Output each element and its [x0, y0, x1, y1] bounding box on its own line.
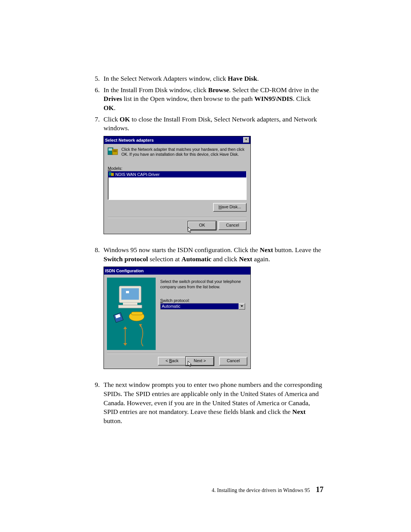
switch-protocol-label: Switch protocol:: [160, 298, 245, 303]
step-text: Windows 95 now starts the ISDN configura…: [104, 246, 323, 264]
svg-rect-7: [111, 173, 114, 176]
step-number: 8.: [88, 246, 104, 264]
title-bar[interactable]: Select Network adapters ×: [104, 136, 250, 144]
step-number: 9.: [88, 380, 104, 425]
chevron-down-icon[interactable]: [239, 303, 245, 310]
models-listbox[interactable]: NDIS WAN CAPI-Driver: [108, 171, 247, 200]
footer-section: 4. Installing the device drivers in Wind…: [212, 487, 310, 493]
screenshot-select-network-adapters: Select Network adapters ×: [104, 136, 323, 234]
step-number: 5.: [88, 74, 104, 83]
wizard-graphic: [107, 278, 156, 350]
step-8: 8. Windows 95 now starts the ISDN config…: [88, 246, 323, 264]
step-6: 6. In the Install From Disk window, clic…: [88, 86, 323, 113]
window-title: Select Network adapters: [105, 138, 154, 142]
svg-rect-6: [109, 172, 112, 176]
svg-rect-1: [108, 149, 112, 149]
step-text: In the Select Network Adapters window, c…: [104, 74, 323, 83]
svg-rect-10: [121, 288, 139, 300]
dropdown-value: Automatic: [160, 303, 239, 310]
dialog-instruction: Select the switch protocol that your tel…: [160, 279, 245, 289]
list-item: NDIS WAN CAPI-Driver: [115, 172, 159, 177]
svg-rect-15: [131, 312, 143, 315]
dialog-instruction: Click the Network adapter that matches y…: [121, 147, 247, 157]
step-5: 5. In the Select Network Adapters window…: [88, 74, 323, 83]
have-disk-button[interactable]: Have Disk...: [213, 203, 247, 212]
step-text: In the Install From Disk window, click B…: [104, 86, 323, 113]
cancel-button[interactable]: Cancel: [218, 221, 247, 230]
adapter-small-icon: [109, 172, 114, 177]
svg-rect-13: [118, 305, 142, 308]
step-9: 9. The next window prompts you to enter …: [88, 380, 323, 425]
cursor-icon: [188, 227, 193, 233]
svg-rect-5: [113, 151, 117, 152]
window-title: ISDN Configuration: [105, 268, 143, 273]
step-7: 7. Click OK to close the Install From Di…: [88, 115, 323, 133]
svg-rect-4: [113, 150, 117, 151]
close-icon[interactable]: ×: [243, 137, 249, 143]
switch-protocol-dropdown[interactable]: Automatic: [160, 303, 245, 310]
svg-rect-11: [126, 291, 129, 293]
step-number: 7.: [88, 115, 104, 133]
back-button[interactable]: < Back: [158, 357, 186, 366]
svg-rect-12: [123, 303, 137, 305]
cursor-icon: [188, 361, 193, 367]
step-text: The next window prompts you to enter two…: [104, 380, 323, 425]
page-number: 17: [316, 485, 323, 494]
step-number: 6.: [88, 86, 104, 113]
step-text: Click OK to close the Install From Disk,…: [104, 115, 323, 133]
adapter-icon: [108, 147, 118, 156]
models-label: Models:: [108, 166, 247, 171]
svg-rect-2: [108, 150, 112, 150]
page-footer: 4. Installing the device drivers in Wind…: [212, 485, 323, 494]
title-bar[interactable]: ISDN Configuration: [104, 267, 250, 275]
screenshot-isdn-configuration: ISDN Configuration: [104, 267, 323, 369]
cancel-button[interactable]: Cancel: [219, 357, 247, 366]
